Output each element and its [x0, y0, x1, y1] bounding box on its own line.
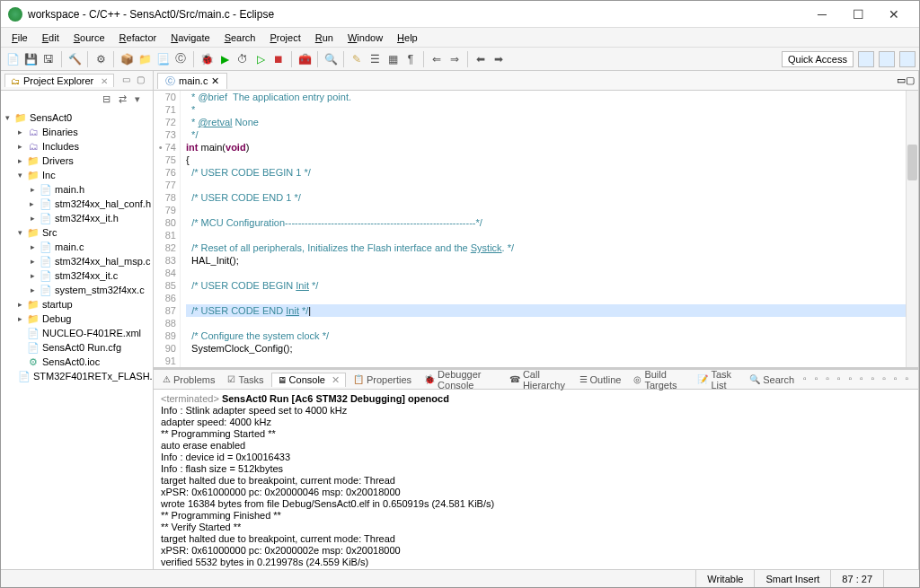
twisty-icon[interactable]: ▸	[28, 242, 37, 251]
open-icon[interactable]: ▫	[882, 373, 892, 386]
debug-icon[interactable]: 🐞	[199, 51, 215, 67]
tree-node[interactable]: ▸📄stm32f4xx_hal_conf.h	[3, 197, 151, 211]
new-folder-icon[interactable]: 📁	[137, 51, 153, 67]
bottom-tab-debugger-console[interactable]: 🐞Debugger Console	[419, 368, 502, 391]
remove-all-icon[interactable]: ▫	[815, 373, 825, 386]
show-whitespace-icon[interactable]: ¶	[402, 51, 419, 67]
perspective-button-cpp[interactable]	[858, 51, 874, 67]
menu-help[interactable]: Help	[390, 31, 425, 45]
tree-node[interactable]: ▸📄system_stm32f4xx.c	[3, 283, 151, 297]
twisty-icon[interactable]: ▸	[15, 300, 24, 309]
twisty-icon[interactable]: ▸	[28, 271, 37, 280]
twisty-icon[interactable]: ▸	[15, 314, 24, 323]
maximize-button[interactable]: ☐	[840, 1, 876, 28]
tree-node[interactable]: ▸📁Drivers	[3, 154, 151, 168]
minimize-view-icon[interactable]: ▭	[122, 75, 135, 87]
profile-icon[interactable]: ⏱	[234, 51, 251, 67]
toggle-icon[interactable]: ☰	[367, 51, 383, 67]
project-explorer-tab[interactable]: 🗂 Project Explorer ✕	[4, 74, 114, 87]
external-tool-icon[interactable]: 🧰	[296, 51, 313, 67]
back-icon[interactable]: ⬅	[473, 51, 489, 67]
bottom-tab-outline[interactable]: ☰Outline	[574, 373, 627, 386]
perspective-button-debug[interactable]	[879, 51, 895, 67]
maximize-editor-icon[interactable]: ▢	[906, 75, 915, 86]
menu-project[interactable]: Project	[263, 31, 308, 45]
min-icon[interactable]: ▫	[894, 373, 904, 386]
forward-icon[interactable]: ➡	[491, 51, 507, 67]
bottom-tab-properties[interactable]: 📋Properties	[348, 373, 417, 386]
menu-edit[interactable]: Edit	[35, 31, 66, 45]
prev-annotation-icon[interactable]: ⇐	[429, 51, 445, 67]
code-editor[interactable]: 70717273• 747576777879808182838485868788…	[154, 91, 918, 367]
bottom-tab-call-hierarchy[interactable]: ☎Call Hierarchy	[504, 368, 572, 391]
tool-icon[interactable]: ⚙	[93, 51, 109, 67]
run-icon[interactable]: ▶	[217, 51, 233, 67]
perspective-button-other[interactable]	[899, 51, 916, 67]
bottom-tab-problems[interactable]: ⚠Problems	[157, 373, 220, 386]
minimize-button[interactable]: ─	[804, 1, 840, 28]
twisty-icon[interactable]: ▾	[15, 228, 24, 237]
tree-node[interactable]: ▸📄stm32f4xx_it.c	[3, 268, 151, 283]
build-icon[interactable]: 🔨	[66, 51, 83, 67]
view-menu-icon[interactable]: ▾	[135, 93, 147, 106]
tree-node[interactable]: ▸📁startup	[3, 297, 151, 312]
close-icon[interactable]: ✕	[101, 76, 108, 86]
max-icon[interactable]: ▫	[905, 373, 915, 386]
tree-node[interactable]: ▾📁Inc	[3, 168, 151, 182]
twisty-icon[interactable]: ▾	[15, 171, 24, 180]
editor-scrollbar[interactable]	[906, 91, 918, 367]
tree-node[interactable]: ▸📁Debug	[3, 312, 151, 326]
menu-source[interactable]: Source	[66, 31, 112, 45]
tree-node[interactable]: ▾📁SensAct0	[3, 110, 151, 125]
run-last-icon[interactable]: ▷	[252, 51, 269, 67]
code-area[interactable]: * @brief The application entry point. * …	[181, 91, 906, 367]
twisty-icon[interactable]: ▸	[15, 142, 24, 151]
wrap-icon[interactable]: ▫	[848, 373, 858, 386]
save-all-icon[interactable]: 🖫	[40, 51, 57, 67]
pin-icon[interactable]: ▫	[860, 373, 870, 386]
tree-node[interactable]: ▸🗂Binaries	[3, 125, 151, 139]
menu-file[interactable]: File	[4, 31, 35, 45]
scroll-lock-icon[interactable]: ▫	[837, 373, 847, 386]
display-icon[interactable]: ▫	[871, 373, 881, 386]
menu-window[interactable]: Window	[341, 31, 390, 45]
twisty-icon[interactable]: ▸	[28, 257, 37, 266]
next-annotation-icon[interactable]: ⇒	[447, 51, 463, 67]
close-button[interactable]: ✕	[876, 1, 912, 28]
new-project-icon[interactable]: 📦	[119, 51, 135, 67]
tree-node[interactable]: 📄NUCLEO-F401RE.xml	[3, 326, 151, 340]
clear-icon[interactable]: ▫	[826, 373, 836, 386]
bottom-tab-search[interactable]: 🔍Search	[744, 373, 800, 386]
bottom-tab-build-targets[interactable]: ◎Build Targets	[628, 368, 690, 391]
tree-node[interactable]: ▸📄stm32f4xx_it.h	[3, 211, 151, 225]
bottom-tab-tasks[interactable]: ☑Tasks	[222, 373, 269, 386]
tree-node[interactable]: ▸📄main.h	[3, 182, 151, 197]
tree-node[interactable]: 📄SensAct0 Run.cfg	[3, 340, 151, 355]
new-icon[interactable]: 📄	[4, 51, 21, 67]
tree-node[interactable]: ▾📁Src	[3, 225, 151, 240]
bottom-tab-console[interactable]: 🖥Console✕	[271, 373, 346, 387]
collapse-all-icon[interactable]: ⊟	[102, 93, 115, 106]
maximize-view-icon[interactable]: ▢	[137, 75, 149, 87]
menu-refactor[interactable]: Refactor	[112, 31, 164, 45]
menu-run[interactable]: Run	[308, 31, 341, 45]
save-icon[interactable]: 💾	[22, 51, 39, 67]
twisty-icon[interactable]: ▸	[28, 214, 37, 223]
close-icon[interactable]: ✕	[332, 374, 340, 386]
editor-tab-main-c[interactable]: ⓒ main.c ✕	[157, 73, 227, 89]
minimize-editor-icon[interactable]: ▭	[897, 75, 906, 86]
tree-node[interactable]: ⚙SensAct0.ioc	[3, 355, 151, 369]
remove-icon[interactable]: ▫	[803, 373, 813, 386]
twisty-icon[interactable]: ▸	[15, 156, 24, 165]
console-output[interactable]: <terminated> SensAct0 Run [Ac6 STM32 Deb…	[154, 390, 918, 569]
tree-node[interactable]: ▸🗂Includes	[3, 139, 151, 154]
twisty-icon[interactable]: ▸	[28, 185, 37, 194]
link-editor-icon[interactable]: ⇄	[119, 93, 131, 106]
menu-search[interactable]: Search	[217, 31, 263, 45]
tree-node[interactable]: ▸📄stm32f4xx_hal_msp.c	[3, 254, 151, 268]
close-icon[interactable]: ✕	[211, 75, 219, 87]
tree-node[interactable]: ▸📄main.c	[3, 240, 151, 254]
block-icon[interactable]: ▦	[385, 51, 401, 67]
twisty-icon[interactable]: ▾	[3, 113, 12, 122]
twisty-icon[interactable]: ▸	[28, 285, 37, 294]
